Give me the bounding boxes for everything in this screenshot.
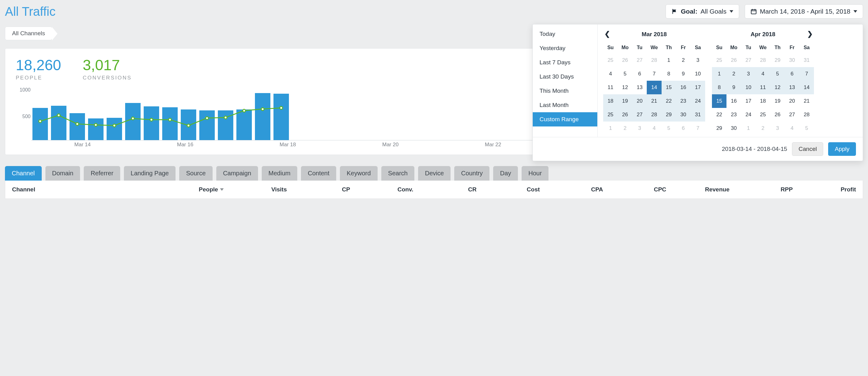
preset-last-30-days[interactable]: Last 30 Days	[533, 69, 597, 84]
calendar-day[interactable]: 7	[799, 67, 814, 81]
calendar-day[interactable]: 21	[647, 94, 661, 108]
column-rpp[interactable]: RPP	[730, 186, 793, 193]
column-cpc[interactable]: CPC	[603, 186, 666, 193]
line-point[interactable]	[205, 116, 209, 120]
bar[interactable]	[51, 106, 66, 140]
calendar-day[interactable]: 25	[603, 108, 618, 121]
line-point[interactable]	[168, 118, 172, 121]
calendar-day[interactable]: 10	[691, 67, 705, 81]
line-point[interactable]	[224, 116, 227, 119]
line-point[interactable]	[242, 109, 246, 113]
calendar-day[interactable]: 28	[799, 108, 814, 121]
preset-custom-range[interactable]: Custom Range	[533, 112, 597, 126]
tab-search[interactable]: Search	[381, 166, 414, 180]
column-cpa[interactable]: CPA	[540, 186, 603, 193]
column-visits[interactable]: Visits	[224, 186, 287, 193]
tab-campaign[interactable]: Campaign	[216, 166, 258, 180]
breadcrumb[interactable]: All Channels	[5, 27, 52, 40]
calendar-day[interactable]: 1	[661, 54, 676, 67]
calendar-day[interactable]: 12	[770, 81, 785, 94]
calendar-day[interactable]: 31	[691, 108, 705, 121]
tab-country[interactable]: Country	[454, 166, 490, 180]
calendar-day[interactable]: 27	[785, 108, 799, 121]
bar[interactable]	[32, 108, 48, 140]
column-conv-[interactable]: Conv.	[350, 186, 413, 193]
bar[interactable]	[69, 113, 85, 140]
line-point[interactable]	[261, 107, 265, 111]
line-point[interactable]	[38, 119, 42, 123]
column-revenue[interactable]: Revenue	[666, 186, 730, 193]
bar[interactable]	[199, 110, 215, 140]
calendar-day[interactable]: 18	[755, 94, 770, 108]
calendar-day[interactable]: 17	[741, 94, 755, 108]
bar[interactable]	[237, 110, 252, 140]
calendar-day[interactable]: 22	[661, 94, 676, 108]
calendar-day[interactable]: 4	[603, 67, 618, 81]
tab-hour[interactable]: Hour	[522, 166, 549, 180]
calendar-day[interactable]: 6	[785, 67, 799, 81]
calendar-day[interactable]: 11	[755, 81, 770, 94]
bar[interactable]	[162, 107, 178, 140]
calendar-day[interactable]: 11	[603, 81, 618, 94]
preset-this-month[interactable]: This Month	[533, 84, 597, 98]
calendar-day[interactable]: 3	[691, 54, 705, 67]
calendar-day[interactable]: 23	[676, 94, 691, 108]
column-profit[interactable]: Profit	[793, 186, 856, 193]
tab-domain[interactable]: Domain	[45, 166, 80, 180]
calendar-day[interactable]: 16	[676, 81, 691, 94]
preset-last-month[interactable]: Last Month	[533, 98, 597, 112]
calendar-day[interactable]: 13	[785, 81, 799, 94]
line-point[interactable]	[187, 124, 190, 127]
line-point[interactable]	[113, 124, 116, 127]
column-cr[interactable]: CR	[413, 186, 477, 193]
line-point[interactable]	[57, 114, 61, 117]
line-point[interactable]	[94, 123, 98, 127]
calendar-day[interactable]: 7	[647, 67, 661, 81]
calendar-day[interactable]: 4	[755, 67, 770, 81]
calendar-day[interactable]: 26	[770, 108, 785, 121]
calendar-day[interactable]: 28	[647, 108, 661, 121]
line-point[interactable]	[131, 117, 135, 120]
calendar-day[interactable]: 3	[741, 67, 755, 81]
calendar-day[interactable]: 20	[785, 94, 799, 108]
column-channel[interactable]: Channel	[12, 186, 160, 193]
preset-today[interactable]: Today	[533, 27, 597, 41]
calendar-day[interactable]: 24	[741, 108, 755, 121]
calendar-day[interactable]: 21	[799, 94, 814, 108]
column-cost[interactable]: Cost	[476, 186, 540, 193]
calendar-day[interactable]: 19	[770, 94, 785, 108]
tab-source[interactable]: Source	[179, 166, 212, 180]
calendar-day[interactable]: 24	[691, 94, 705, 108]
calendar-day[interactable]: 2	[726, 67, 741, 81]
column-cp[interactable]: CP	[287, 186, 350, 193]
calendar-day[interactable]: 19	[618, 94, 632, 108]
column-people[interactable]: People	[160, 186, 224, 193]
calendar-day[interactable]: 27	[632, 108, 647, 121]
apply-button[interactable]: Apply	[828, 142, 856, 156]
calendar-day[interactable]: 22	[712, 108, 726, 121]
daterange-picker[interactable]: March 14, 2018 - April 15, 2018	[745, 4, 863, 19]
calendar-day[interactable]: 16	[726, 94, 741, 108]
calendar-day[interactable]: 30	[726, 121, 741, 135]
prev-month-button[interactable]: ❮	[604, 30, 610, 38]
calendar-day[interactable]: 2	[676, 54, 691, 67]
line-point[interactable]	[279, 106, 283, 110]
calendar-day[interactable]: 1	[712, 67, 726, 81]
calendar-day[interactable]: 9	[676, 67, 691, 81]
calendar-day[interactable]: 26	[618, 108, 632, 121]
tab-medium[interactable]: Medium	[262, 166, 297, 180]
calendar-day[interactable]: 29	[712, 121, 726, 135]
calendar-day[interactable]: 13	[632, 81, 647, 94]
bar[interactable]	[88, 118, 103, 140]
calendar-day[interactable]: 23	[726, 108, 741, 121]
calendar-day[interactable]: 8	[661, 67, 676, 81]
calendar-day[interactable]: 14	[799, 81, 814, 94]
bar[interactable]	[106, 118, 122, 140]
line-point[interactable]	[75, 122, 79, 126]
tab-landing-page[interactable]: Landing Page	[124, 166, 176, 180]
preset-yesterday[interactable]: Yesterday	[533, 41, 597, 55]
tab-referrer[interactable]: Referrer	[84, 166, 120, 180]
calendar-day[interactable]: 8	[712, 81, 726, 94]
calendar-day[interactable]: 5	[770, 67, 785, 81]
calendar-day[interactable]: 15	[712, 94, 726, 108]
